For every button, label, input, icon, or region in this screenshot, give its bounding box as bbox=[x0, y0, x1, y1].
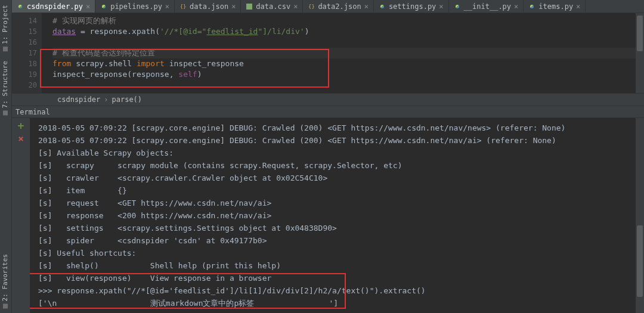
tab-label: data.json bbox=[190, 2, 228, 11]
file-icon bbox=[17, 3, 24, 10]
close-icon[interactable]: × bbox=[439, 2, 443, 11]
tab-label: data2.json bbox=[318, 2, 361, 11]
code-line[interactable]: # 实现网页的解析 bbox=[52, 16, 636, 26]
file-icon bbox=[179, 3, 187, 10]
side-tab-icon bbox=[3, 47, 8, 51]
terminal-gutter: + × bbox=[12, 118, 30, 313]
close-icon[interactable]: × bbox=[293, 2, 298, 11]
terminal-close-icon[interactable]: × bbox=[18, 135, 24, 143]
side-tab-label: 2: Favorites bbox=[1, 254, 9, 301]
side-tab-favorites[interactable]: 2: Favorites bbox=[0, 249, 10, 313]
tab-label: settings.py bbox=[389, 2, 436, 11]
terminal-add-icon[interactable]: + bbox=[18, 122, 24, 130]
tab-label: items.py bbox=[538, 2, 573, 11]
editor-tab[interactable]: pipelines.py× bbox=[95, 0, 175, 13]
code-line[interactable]: datas = response.xpath('//*[@id="feedlis… bbox=[52, 26, 636, 37]
terminal-line: >>> bbox=[38, 309, 636, 313]
close-icon[interactable]: × bbox=[364, 2, 369, 11]
tab-label: pipelines.py bbox=[110, 2, 162, 11]
terminal-scrollbar[interactable] bbox=[636, 118, 644, 313]
terminal-line: ['\n 测试markdown文章中的p标签 '] bbox=[38, 297, 636, 309]
close-icon[interactable]: × bbox=[165, 2, 169, 11]
editor-scrollbar[interactable] bbox=[636, 13, 644, 93]
editor-tab[interactable]: csdnspider.py× bbox=[12, 0, 95, 13]
tab-label: __init__.py bbox=[464, 2, 511, 11]
terminal-line: [s] spider <csdnspider 'csdn' at 0x49177… bbox=[38, 234, 636, 247]
editor-gutter: 14151617181920 bbox=[12, 13, 42, 93]
side-tab-label: 1: Project bbox=[1, 5, 9, 44]
file-icon bbox=[246, 3, 253, 10]
code-line[interactable]: from scrapy.shell import inspect_respons… bbox=[52, 58, 636, 69]
close-icon[interactable]: × bbox=[514, 2, 518, 11]
close-icon[interactable]: × bbox=[576, 2, 580, 11]
close-icon[interactable]: × bbox=[231, 2, 236, 11]
file-icon bbox=[454, 3, 461, 10]
breadcrumb-sep: › bbox=[104, 95, 108, 104]
left-tool-strip: 1: Project 7: Structure 2: Favorites bbox=[0, 0, 12, 313]
breadcrumb: csdnspider › parse() bbox=[12, 93, 644, 106]
side-tab-icon bbox=[3, 111, 8, 116]
terminal-header[interactable]: Terminal bbox=[12, 106, 644, 118]
breadcrumb-class[interactable]: csdnspider bbox=[57, 95, 100, 104]
terminal-line: [s] shelp() Shell help (print this help) bbox=[38, 259, 636, 272]
left-tool-strip-bottom: 2: Favorites bbox=[0, 249, 11, 313]
terminal-line: [s] response <200 https://www.csdn.net/n… bbox=[38, 209, 636, 222]
side-tab-project[interactable]: 1: Project bbox=[0, 0, 10, 56]
editor-tab[interactable]: items.py× bbox=[524, 0, 586, 13]
file-icon bbox=[100, 3, 107, 10]
terminal-line: >>> response.xpath("//*[@id='feedlist_id… bbox=[38, 284, 636, 297]
code-line[interactable]: inspect_response(response, self) bbox=[52, 69, 636, 80]
terminal-title: Terminal bbox=[16, 108, 50, 116]
terminal-line: [s] Useful shortcuts: bbox=[38, 247, 636, 259]
code-line[interactable] bbox=[52, 80, 636, 91]
breadcrumb-method[interactable]: parse() bbox=[112, 95, 142, 104]
editor-tab[interactable]: settings.py× bbox=[374, 0, 449, 13]
terminal-line: [s] item {} bbox=[38, 184, 636, 197]
file-icon bbox=[308, 3, 315, 10]
terminal-line: [s] request <GET https://www.csdn.net/na… bbox=[38, 197, 636, 209]
editor-tab[interactable]: data.json× bbox=[175, 0, 241, 13]
terminal-line: 2018-05-05 07:09:22 [scrapy.core.engine]… bbox=[38, 122, 636, 134]
side-tab-structure[interactable]: 7: Structure bbox=[0, 56, 10, 120]
terminal-line: 2018-05-05 07:09:22 [scrapy.core.engine]… bbox=[38, 134, 636, 147]
editor-scroll-thumb[interactable] bbox=[637, 16, 643, 51]
terminal-line: [s] crawler <scrapy.crawler.Crawler obje… bbox=[38, 172, 636, 184]
terminal-line: [s] Available Scrapy objects: bbox=[38, 147, 636, 159]
side-tab-label: 7: Structure bbox=[1, 61, 9, 108]
side-tab-icon bbox=[3, 303, 8, 308]
terminal-panel: + × 2018-05-05 07:09:22 [scrapy.core.eng… bbox=[12, 118, 644, 313]
editor-code[interactable]: # 实现网页的解析datas = response.xpath('//*[@id… bbox=[42, 13, 636, 93]
tab-label: data.csv bbox=[256, 2, 290, 11]
terminal-line: [s] settings <scrapy.settings.Settings o… bbox=[38, 222, 636, 234]
editor-tab[interactable]: __init__.py× bbox=[449, 0, 524, 13]
terminal-line: [s] view(response) View response in a br… bbox=[38, 272, 636, 284]
terminal-output[interactable]: 2018-05-05 07:09:22 [scrapy.core.engine]… bbox=[30, 118, 636, 313]
tab-label: csdnspider.py bbox=[27, 2, 83, 11]
editor-tab[interactable]: data.csv× bbox=[241, 0, 303, 13]
editor-tab[interactable]: data2.json× bbox=[303, 0, 373, 13]
editor-tabs: csdnspider.py×pipelines.py×data.json×dat… bbox=[12, 0, 644, 13]
code-line[interactable]: # 检查代码是否达到特定位置 bbox=[52, 48, 636, 58]
editor[interactable]: 14151617181920 # 实现网页的解析datas = response… bbox=[12, 13, 644, 93]
main-area: csdnspider.py×pipelines.py×data.json×dat… bbox=[12, 0, 644, 313]
close-icon[interactable]: × bbox=[86, 2, 90, 11]
code-line[interactable] bbox=[52, 37, 636, 48]
file-icon bbox=[528, 3, 535, 10]
terminal-line: [s] scrapy scrapy module (contains scrap… bbox=[38, 159, 636, 172]
terminal-scroll-thumb[interactable] bbox=[637, 225, 643, 297]
file-icon bbox=[379, 3, 386, 10]
left-tool-strip-top: 1: Project 7: Structure bbox=[0, 0, 11, 249]
